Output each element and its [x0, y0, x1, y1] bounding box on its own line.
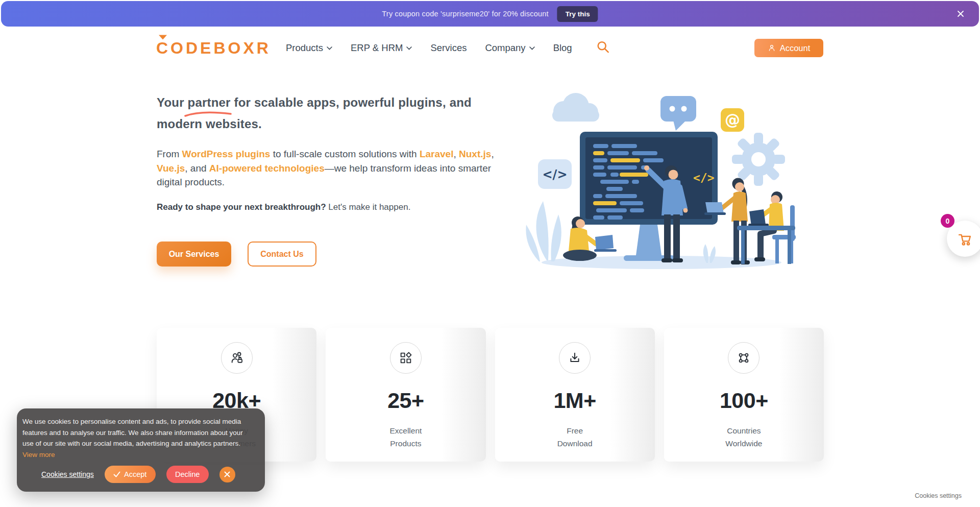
svg-text:</>: </> — [543, 167, 568, 182]
logo-caret-icon — [159, 35, 167, 40]
search-icon[interactable] — [596, 40, 610, 56]
hero-paragraph: From WordPress plugins to full-scale cus… — [157, 147, 499, 189]
main-menu: Products ERP & HRM Services Company Blog — [286, 27, 572, 69]
stat-card-downloads: 1M+ Free Download — [495, 328, 655, 462]
ai-technologies-link[interactable]: AI-powered technologies — [209, 163, 325, 174]
vuejs-link[interactable]: Vue.js — [157, 163, 185, 174]
svg-text:@: @ — [725, 111, 740, 129]
navbar: CODEBOXR Products ERP & HRM Services Com… — [0, 27, 980, 69]
cart-widget: 0 — [941, 214, 980, 260]
paragraph-text: , — [453, 149, 459, 159]
laravel-link[interactable]: Laravel — [420, 149, 454, 159]
cloud-icon — [552, 93, 599, 122]
account-button[interactable]: Account — [754, 39, 823, 57]
vector-square-icon — [728, 342, 760, 374]
paragraph-text: , and — [185, 163, 209, 174]
hero-cta-line: Ready to shape your next breakthrough? L… — [157, 202, 410, 212]
cookie-actions: Cookies settings Accept Decline — [41, 465, 255, 484]
banner-close-icon[interactable] — [955, 9, 966, 19]
cookie-consent-popup: We use cookies to personalise content an… — [17, 408, 265, 492]
chevron-down-icon — [406, 46, 412, 50]
close-cookie-icon[interactable] — [219, 467, 235, 482]
cookie-message: We use cookies to personalise content an… — [22, 416, 255, 460]
stat-label: Free Download — [495, 424, 655, 450]
paragraph-text: From — [157, 149, 182, 159]
accept-cookies-button[interactable]: Accept — [105, 466, 156, 483]
our-services-button[interactable]: Our Services — [157, 242, 231, 267]
products-grid-icon — [390, 342, 422, 374]
paragraph-text: to full-scale custom solutions with — [270, 149, 420, 159]
promo-text: Try coupon code 'surpriseme20' for 20% d… — [382, 10, 548, 18]
hero-buttons: Our Services Contact Us — [157, 242, 316, 267]
gear-icon — [732, 133, 785, 186]
logo-text: CODEBOXR — [156, 39, 271, 57]
cta-bold-text: Ready to shape your next breakthrough? — [157, 202, 326, 212]
stat-value: 1M+ — [495, 388, 655, 413]
chat-bubble-icon — [660, 96, 696, 131]
nav-label: Blog — [553, 42, 572, 54]
view-more-link[interactable]: View more — [22, 451, 55, 458]
contact-us-button[interactable]: Contact Us — [248, 242, 316, 267]
nav-item-blog[interactable]: Blog — [553, 42, 572, 54]
heading-underline-swoosh — [184, 110, 232, 118]
nuxtjs-link[interactable]: Nuxt.js — [459, 149, 491, 159]
person-icon — [768, 44, 776, 52]
stat-value: 25+ — [326, 388, 485, 413]
svg-text:</>: </> — [693, 171, 715, 184]
decline-cookies-button[interactable]: Decline — [166, 466, 209, 483]
download-icon — [559, 342, 591, 374]
page: Try coupon code 'surpriseme20' for 20% d… — [0, 0, 980, 507]
cookie-message-text: We use cookies to personalise content an… — [22, 418, 243, 447]
nav-item-company[interactable]: Company — [485, 42, 534, 54]
cart-count-badge: 0 — [941, 214, 954, 228]
cart-icon — [958, 231, 973, 247]
stat-label: Countries Worldwide — [664, 424, 824, 450]
nav-item-services[interactable]: Services — [430, 42, 467, 54]
nav-item-erp-hrm[interactable]: ERP & HRM — [351, 42, 412, 54]
hero-illustration: @ </> — [519, 87, 800, 270]
at-sign-icon: @ — [721, 108, 744, 132]
accept-label: Accept — [124, 470, 146, 478]
paragraph-text: , — [491, 149, 494, 159]
nav-label: Services — [430, 42, 467, 54]
stat-card-countries: 100+ Countries Worldwide — [664, 328, 824, 462]
nav-label: Company — [485, 42, 525, 54]
code-badge-icon: </> — [538, 159, 572, 189]
stat-label: Excellent Products — [326, 424, 485, 450]
promo-try-button[interactable]: Try this — [557, 6, 598, 22]
corner-cookies-settings-link[interactable]: Cookies settings — [915, 492, 962, 499]
stat-card-products: 25+ Excellent Products — [326, 328, 485, 462]
account-label: Account — [780, 43, 811, 53]
chevron-down-icon — [529, 46, 535, 50]
promo-banner: Try coupon code 'surpriseme20' for 20% d… — [1, 1, 979, 27]
cookies-settings-link[interactable]: Cookies settings — [41, 470, 94, 478]
nav-item-products[interactable]: Products — [286, 42, 332, 54]
logo[interactable]: CODEBOXR — [156, 39, 271, 58]
check-icon — [113, 471, 120, 478]
nav-label: Products — [286, 42, 323, 54]
chevron-down-icon — [327, 46, 332, 50]
nav-label: ERP & HRM — [351, 42, 403, 54]
stat-value: 100+ — [664, 388, 824, 413]
wordpress-plugins-link[interactable]: WordPress plugins — [182, 149, 271, 159]
cta-rest-text: Let's make it happen. — [326, 202, 411, 212]
users-lock-icon — [221, 342, 253, 374]
